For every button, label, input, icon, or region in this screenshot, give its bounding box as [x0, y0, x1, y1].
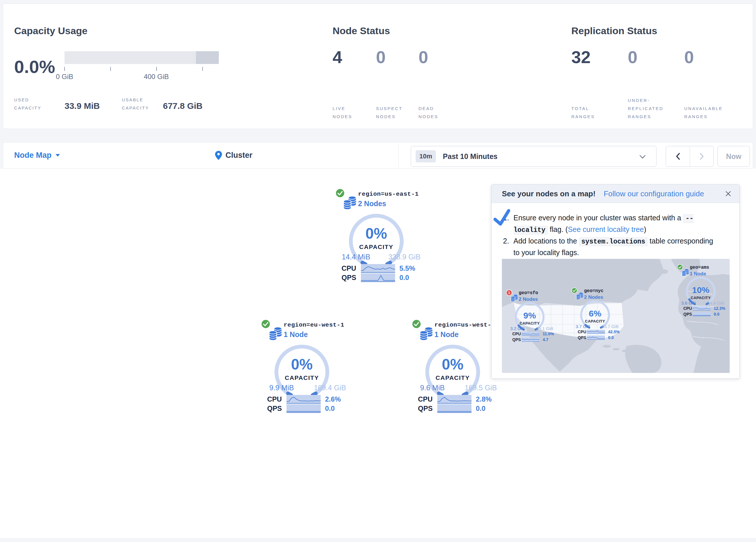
capacity-label: CAPACITY [422, 374, 483, 381]
qps-value: 0.0 [476, 405, 485, 413]
qps-sparkline [361, 273, 395, 282]
capacity-label: CAPACITY [346, 243, 407, 250]
cluster-summary-bar: Capacity Usage 0.0% 0 GiB 400 GiB USEDCA… [3, 3, 753, 129]
total-capacity-value: 338.9 GiB [384, 253, 425, 261]
database-nodes-icon [343, 195, 357, 210]
cpu-label: CPU [578, 330, 586, 334]
cpu-metric-row: CPU11.0% [502, 332, 557, 337]
node-status-title: Node Status [333, 25, 390, 36]
cpu-sparkline [287, 395, 321, 404]
setup-step: 1.Ensure every node in your cluster was … [503, 212, 720, 236]
qps-metric-row: QPS0.0 [418, 404, 496, 413]
capacity-label: CAPACITY [683, 296, 718, 300]
close-icon[interactable] [725, 190, 731, 198]
capacity-percent: 0% [346, 225, 407, 242]
stat-value: 0 [419, 47, 428, 67]
qps-metric-row: QPS4.7 [502, 337, 557, 342]
locality-node-group[interactable]: region=eu-west-11 Node0%CAPACITY9.9 MiB1… [254, 317, 350, 417]
used-capacity-value: 14.4 MiB [339, 253, 373, 261]
view-selector-label: Node Map [14, 151, 52, 160]
cpu-metric-row: CPU12.3% [673, 306, 728, 311]
capacity-bar-reserved-segment [196, 51, 219, 64]
node-map-canvas: region=us-east-12 Nodes0%CAPACITY14.4 Mi… [0, 168, 756, 538]
capacity-used-percent: 0.0% [14, 56, 55, 77]
capacity-percent: 0% [422, 356, 483, 373]
cpu-sparkline [587, 330, 605, 334]
stat-value: 4 [333, 47, 342, 67]
stat-value: 0 [684, 47, 694, 67]
qps-value: 0.0 [325, 405, 335, 413]
sparkline-chart [287, 395, 321, 403]
map-locality-node-group[interactable]: 1geo=sfo2 Nodes9%CAPACITY3.2 GiB35.1 GiB… [502, 288, 557, 345]
used-capacity-value: 9.6 MiB [415, 384, 450, 392]
chevron-right-icon [700, 152, 704, 160]
svg-text:1: 1 [508, 291, 510, 295]
sparkline-chart [361, 273, 395, 282]
page-background-strip [0, 538, 756, 542]
locality-name: geo=nyc [584, 289, 603, 294]
qps-metric-row: QPS0.0 [673, 312, 728, 317]
qps-label: QPS [683, 312, 692, 317]
sparkline-chart [361, 264, 395, 272]
capacity-bar [65, 51, 219, 64]
sparkline-chart [587, 336, 605, 339]
popup-title: See your nodes on a map! [502, 189, 596, 198]
total-capacity-value: 169.4 GiB [310, 384, 350, 392]
now-button[interactable]: Now [718, 146, 750, 167]
capacity-axis-tick [110, 67, 111, 71]
cpu-metric-row: CPU5.5% [342, 264, 420, 273]
used-capacity-value: 3.6 GiB [675, 301, 702, 306]
view-selector-dropdown[interactable]: Node Map [14, 142, 60, 168]
time-range-selector[interactable]: 10m Past 10 Minutes [411, 146, 656, 167]
stat-label: SUSPECTNODES [376, 104, 403, 121]
cpu-value: 11.0% [543, 332, 554, 336]
setup-step: 2.Add locations to the system.locations … [503, 236, 720, 258]
locality-tree-link[interactable]: See current locality tree [568, 225, 644, 233]
qps-sparkline [287, 404, 321, 413]
capacity-metric-label: USABLECAPACITY [122, 96, 149, 112]
cpu-value: 2.6% [325, 395, 341, 403]
dropdown-triangle-icon [56, 154, 60, 157]
cpu-label: CPU [418, 395, 433, 403]
locality-name: region=us-east-1 [358, 191, 419, 197]
locality-name: region=eu-west-1 [284, 322, 344, 328]
time-step-buttons [666, 146, 714, 167]
qps-value: 4.7 [543, 337, 548, 342]
time-range-label: Past 10 Minutes [443, 152, 498, 161]
time-forward-button[interactable] [690, 146, 714, 166]
world-map: 1geo=sfo2 Nodes9%CAPACITY3.2 GiB35.1 GiB… [502, 259, 730, 373]
capacity-metric-value: 33.9 MiB [65, 101, 100, 111]
locality-node-group[interactable]: region=us-east-12 Nodes0%CAPACITY14.4 Mi… [329, 186, 424, 286]
replication-status-title: Replication Status [571, 25, 657, 36]
used-capacity-value: 9.9 MiB [264, 384, 299, 392]
time-back-button[interactable] [666, 146, 690, 166]
cpu-sparkline [522, 332, 540, 336]
cpu-label: CPU [267, 395, 282, 403]
locality-name: region=us-west-1 [434, 322, 495, 328]
breadcrumb[interactable]: Cluster [215, 142, 252, 168]
map-locality-node-group[interactable]: geo=nyc2 Nodes6%CAPACITY3.7 GiB65.7 GiBC… [567, 286, 622, 343]
qps-metric-row: QPS0.0 [267, 404, 345, 413]
qps-metric-row: QPS0.0 [342, 273, 420, 282]
qps-sparkline [693, 312, 711, 316]
map-locality-node-group[interactable]: geo=ams1 Node10%CAPACITY3.6 GiB34.4 GiBC… [673, 262, 728, 319]
locality-name: geo=ams [690, 265, 709, 270]
locality-node-group[interactable]: region=us-west-11 Node0%CAPACITY9.6 MiB1… [405, 317, 500, 417]
sparkline-chart [437, 404, 471, 412]
total-capacity-value: 34.4 GiB [702, 301, 729, 306]
view-toolbar: Node Map Cluster 10m Past 10 Minutes Now [3, 142, 753, 168]
breadcrumb-label: Cluster [225, 151, 252, 160]
cpu-sparkline [361, 264, 395, 273]
cpu-value: 2.8% [476, 395, 492, 403]
qps-value: 0.0 [714, 312, 719, 317]
node-count: 1 Node [284, 330, 308, 339]
configuration-guide-link[interactable]: Follow our configuration guide [604, 189, 704, 198]
stat-label: TOTALRANGES [571, 104, 595, 121]
sparkline-chart [287, 404, 321, 412]
cpu-value: 5.5% [399, 264, 415, 273]
capacity-tick-label: 400 GiB [144, 73, 169, 81]
node-count: 2 Nodes [358, 199, 386, 208]
capacity-label: CAPACITY [271, 374, 332, 381]
capacity-percent: 6% [578, 309, 612, 319]
node-count: 1 Node [434, 330, 458, 339]
